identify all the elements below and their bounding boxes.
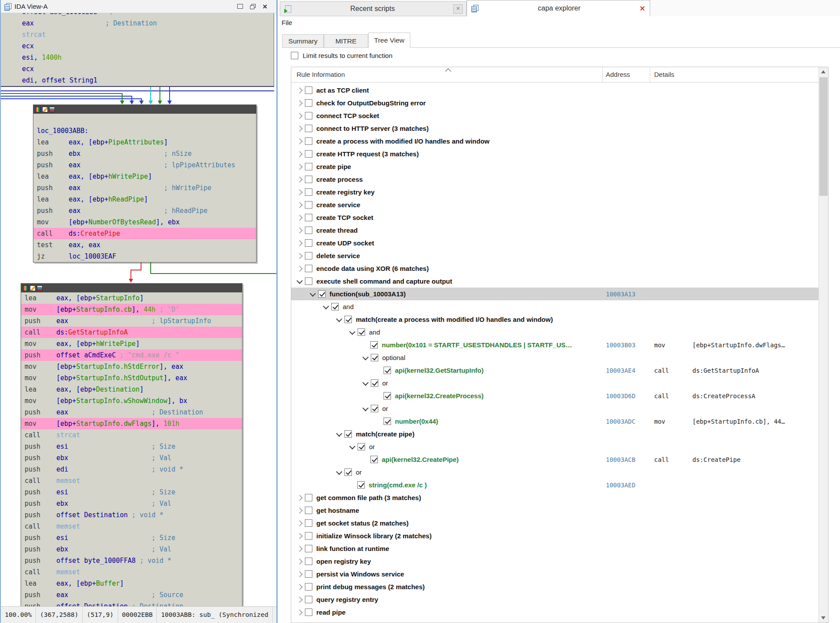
rule-checkbox[interactable] [305, 265, 312, 272]
tree-row[interactable]: create registry key [291, 186, 818, 198]
asm-line[interactable]: jz loc_10003EAF [33, 251, 256, 262]
rule-checkbox[interactable] [305, 570, 312, 578]
collapse-icon[interactable] [336, 430, 342, 436]
asm-line[interactable]: push esi ; Size [21, 532, 242, 544]
asm-line[interactable]: call memset [21, 566, 242, 578]
tree-row[interactable]: api(kernel32.CreatePipe)10003ACBcallds:C… [291, 453, 818, 466]
table-header[interactable]: Rule Information Address Details [291, 67, 818, 83]
rule-checkbox[interactable] [305, 596, 312, 603]
tree-row[interactable]: and [291, 300, 818, 313]
graph-view-canvas[interactable]: offset asc_10000288 ; eax ; Destinations… [1, 13, 276, 607]
asm-line[interactable]: test eax, eax [33, 239, 256, 251]
asm-line[interactable]: mov eax, [ebp+hWritePipe] [21, 338, 242, 349]
expand-icon[interactable] [297, 189, 303, 195]
scroll-down-button[interactable] [819, 613, 828, 623]
rule-checkbox[interactable] [344, 316, 352, 323]
tab-close-icon[interactable]: ✕ [640, 4, 645, 13]
block-header[interactable] [33, 105, 256, 114]
expand-icon[interactable] [297, 100, 303, 106]
palette-icon[interactable] [35, 107, 41, 112]
rule-checkbox[interactable] [305, 545, 312, 552]
tree-row[interactable]: function(sub_10003A13)10003A13 [291, 288, 818, 300]
collapse-icon[interactable] [297, 277, 303, 284]
tree-row[interactable]: check for OutputDebugString error [291, 97, 818, 109]
collapse-icon[interactable] [362, 405, 369, 411]
rule-checkbox[interactable] [371, 354, 378, 361]
tree-row[interactable]: api(kernel32.GetStartupInfo)10003AE4call… [291, 364, 818, 377]
expand-icon[interactable] [297, 533, 303, 539]
expand-icon[interactable] [297, 202, 303, 208]
graph-block-loc-10003ABB[interactable]: loc_10003ABB:lea eax, [ebp+PipeAttribute… [33, 104, 257, 263]
asm-line[interactable]: lea eax, [ebp+Buffer] [21, 578, 242, 589]
rule-checkbox[interactable] [371, 405, 378, 412]
expand-icon[interactable] [297, 265, 303, 271]
tree-row[interactable]: get socket status (2 matches) [291, 517, 818, 529]
asm-line[interactable]: mov [ebp+StartupInfo.hStdOutput], eax [21, 372, 242, 384]
asm-line[interactable]: eax ; Destination [1, 18, 274, 29]
close-icon[interactable]: ✕ [262, 4, 268, 10]
asm-line[interactable]: call ds:CreatePipe [33, 228, 256, 239]
tree-row[interactable]: get common file path (3 matches) [291, 491, 818, 504]
collapse-icon[interactable] [362, 379, 369, 385]
tree-row[interactable]: print debug messages (2 matches) [291, 580, 818, 593]
asm-line[interactable]: edi, offset String1 [1, 75, 274, 86]
tree-row[interactable]: open registry key [291, 555, 818, 568]
rule-checkbox[interactable] [305, 188, 312, 196]
palette-icon[interactable] [23, 285, 29, 291]
rule-checkbox[interactable] [384, 418, 391, 425]
collapse-icon[interactable] [336, 316, 342, 322]
asm-line[interactable]: push offset Destination ; Destination [21, 601, 242, 607]
tree-row[interactable]: optional [291, 351, 818, 364]
tree-row[interactable]: persist via Windows service [291, 568, 818, 580]
collapse-icon[interactable] [349, 328, 355, 335]
collapse-icon[interactable] [323, 303, 329, 309]
rule-checkbox[interactable] [305, 558, 312, 565]
tree-row[interactable]: delete service [291, 249, 818, 262]
tree-row[interactable]: number(0x44)10003ADCmov[ebp+StartupInfo.… [291, 415, 818, 428]
expand-icon[interactable] [297, 240, 303, 246]
tree-row[interactable]: create service [291, 198, 818, 211]
expand-icon[interactable] [297, 138, 303, 144]
rule-checkbox[interactable] [384, 392, 391, 400]
asm-line[interactable]: strcat [1, 29, 274, 40]
tree-row[interactable]: or [291, 466, 818, 479]
tree-row[interactable]: or [291, 402, 818, 415]
tree-row[interactable]: or [291, 377, 818, 389]
expand-icon[interactable] [297, 214, 303, 220]
expand-icon[interactable] [297, 151, 303, 157]
rule-checkbox[interactable] [331, 303, 339, 310]
tree-row[interactable]: encode data using XOR (6 matches) [291, 262, 818, 275]
rule-checkbox[interactable] [305, 507, 312, 514]
asm-line[interactable]: push offset aCmdExeC ; "cmd.exe /c " [21, 349, 242, 361]
expand-icon[interactable] [297, 583, 303, 590]
expand-icon[interactable] [297, 558, 303, 564]
scrollbar-thumb[interactable] [819, 77, 828, 196]
tree-row[interactable]: act as TCP client [291, 84, 818, 97]
asm-line[interactable]: ecx [1, 63, 274, 75]
tree-row[interactable]: number(0x101 = STARTF_USESTDHANDLES | ST… [291, 339, 818, 351]
rule-checkbox[interactable] [371, 379, 378, 387]
asm-line[interactable]: push esi ; Size [21, 441, 242, 452]
tree-row[interactable]: initialize Winsock library (2 matches) [291, 529, 818, 542]
asm-line[interactable]: push offset Destination ; void * [21, 509, 242, 521]
expand-icon[interactable] [297, 112, 303, 119]
tree-row[interactable]: match(create pipe) [291, 428, 818, 440]
rule-checkbox[interactable] [305, 86, 312, 94]
expand-icon[interactable] [297, 227, 303, 233]
asm-line[interactable]: push eax ; Source [21, 589, 242, 601]
tree-row[interactable]: or [291, 440, 818, 453]
tree-row[interactable]: create pipe [291, 160, 818, 173]
tree-row[interactable]: get hostname [291, 504, 818, 517]
tree-row[interactable]: create thread [291, 224, 818, 237]
asm-line[interactable]: offset asc_10000288 ; [1, 13, 274, 18]
rule-checkbox[interactable] [358, 443, 365, 450]
asm-line[interactable]: lea eax, [ebp+hWritePipe] [33, 171, 256, 182]
rule-checkbox[interactable] [305, 150, 312, 158]
asm-line[interactable]: push eax ; lpPipeAttributes [33, 159, 256, 171]
asm-line[interactable]: push offset byte_1000FFA8 ; void * [21, 555, 242, 566]
tab-close-icon[interactable]: ✕ [453, 4, 463, 14]
tab-tree-view[interactable]: Tree View [368, 32, 410, 48]
expand-icon[interactable] [297, 252, 303, 259]
asm-line[interactable]: mov [ebp+StartupInfo.hStdError], eax [21, 361, 242, 372]
column-divider[interactable] [650, 67, 650, 82]
